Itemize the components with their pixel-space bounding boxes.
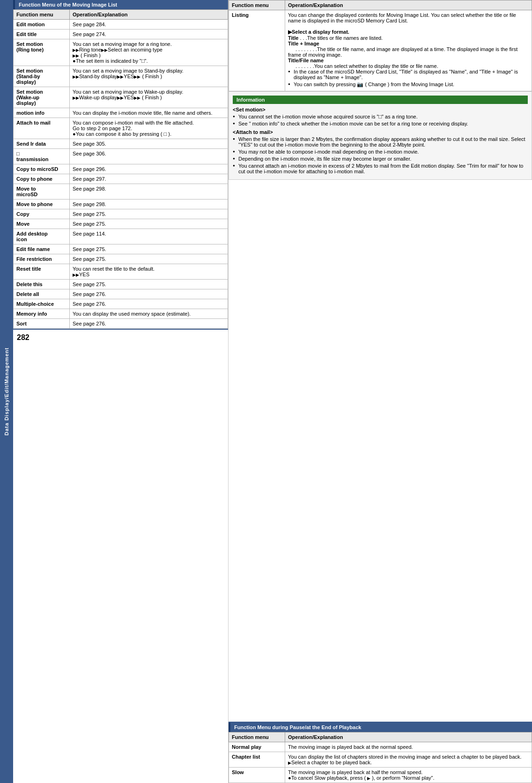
- content-cell: The moving image is played back at half …: [285, 768, 532, 783]
- content-cell: See page 275.: [70, 254, 228, 264]
- bottom-col1-header: Function menu: [229, 732, 285, 742]
- menu-cell: Move to phone: [14, 199, 70, 209]
- menu-cell: Delete this: [14, 280, 70, 289]
- menu-cell: Reset title: [14, 264, 70, 280]
- listing-menu-cell: Listing: [229, 10, 285, 91]
- bullet-item: You may not be able to compose i-mode ma…: [233, 149, 528, 155]
- content-cell: The moving image is played back at the n…: [285, 742, 532, 752]
- bottom-section-header: Function Menu during Pause/at the End of…: [229, 723, 532, 732]
- set-motion-bullets: You cannot set the i-motion movie whose …: [233, 114, 528, 126]
- table-row: MoveSee page 275.: [14, 219, 228, 229]
- menu-cell: Set motion (Wake-up display): [14, 87, 70, 108]
- content-cell: See page 275.: [70, 280, 228, 289]
- bullet-item: You cannot set the i-motion movie whose …: [233, 114, 528, 119]
- content-cell: See page 275.: [70, 209, 228, 219]
- table-row: □ transmissionSee page 306.: [14, 149, 228, 164]
- content-cell: See page 296.: [70, 164, 228, 174]
- menu-cell: Move: [14, 219, 70, 229]
- bottom-section: Function Menu during Pause/at the End of…: [229, 722, 532, 783]
- content-cell: See page 275.: [70, 244, 228, 254]
- page-number: 282: [13, 329, 228, 346]
- left-section-header: Function Menu of the Moving Image List: [13, 0, 228, 9]
- bullet-item: When the file size is larger than 2 Mbyt…: [233, 136, 528, 148]
- content-cell: See page 276.: [70, 319, 228, 329]
- bottom-col2-header: Operation/Explanation: [285, 732, 532, 742]
- content-cell: See page 114.: [70, 229, 228, 244]
- content-cell: You can set a moving image to Stand-by d…: [70, 66, 228, 87]
- menu-cell: Sort: [14, 319, 70, 329]
- sidebar-label: Data Display/Edit/Management: [4, 347, 9, 436]
- attach-mail-bullets: When the file size is larger than 2 Mbyt…: [233, 136, 528, 174]
- content-cell: You can display the i-motion movie title…: [70, 108, 228, 118]
- table-row: Delete thisSee page 275.: [14, 280, 228, 289]
- table-row: Normal playThe moving image is played ba…: [229, 742, 532, 752]
- table-row: Set motion (Ring tone)You can set a movi…: [14, 39, 228, 66]
- attach-mail-title: <Attach to mail>: [233, 129, 528, 135]
- content-cell: See page 284.: [70, 20, 228, 30]
- menu-cell: Normal play: [229, 742, 285, 752]
- table-row: CopySee page 275.: [14, 209, 228, 219]
- menu-cell: Edit motion: [14, 20, 70, 30]
- menu-cell: Attach to mail: [14, 118, 70, 139]
- content-cell: You can compose i-motion mail with the f…: [70, 118, 228, 139]
- content-cell: See page 274.: [70, 30, 228, 39]
- menu-cell: Move to microSD: [14, 184, 70, 199]
- table-row: Memory infoYou can display the used memo…: [14, 309, 228, 319]
- content-cell: You can set a moving image to Wake-up di…: [70, 87, 228, 108]
- bottom-function-table: Function menu Operation/Explanation Norm…: [229, 732, 532, 783]
- sidebar: Data Display/Edit/Management: [0, 0, 13, 783]
- menu-cell: Delete all: [14, 289, 70, 299]
- content-cell: See page 275.: [70, 219, 228, 229]
- menu-cell: Edit title: [14, 30, 70, 39]
- menu-cell: Send Ir data: [14, 139, 70, 149]
- menu-cell: Slow: [229, 768, 285, 783]
- content-cell: See page 276.: [70, 289, 228, 299]
- table-row: SlowThe moving image is played back at h…: [229, 768, 532, 783]
- bullet-item: You cannot attach an i-motion movie in e…: [233, 163, 528, 174]
- table-row: File restrictionSee page 275.: [14, 254, 228, 264]
- menu-cell: File restriction: [14, 254, 70, 264]
- menu-cell: Copy to microSD: [14, 164, 70, 174]
- menu-cell: Add desktop icon: [14, 229, 70, 244]
- table-row: Send Ir dataSee page 305.: [14, 139, 228, 149]
- table-row: Add desktop iconSee page 114.: [14, 229, 228, 244]
- menu-cell: Set motion (Stand-by display): [14, 66, 70, 87]
- table-col1-header: Function menu: [14, 10, 70, 20]
- menu-cell: Copy: [14, 209, 70, 219]
- table-row: Set motion (Stand-by display)You can set…: [14, 66, 228, 87]
- listing-bullet1: In the case of the microSD Memory Card L…: [288, 69, 529, 80]
- table-row: Chapter listYou can display the list of …: [229, 752, 532, 768]
- menu-cell: Edit file name: [14, 244, 70, 254]
- right-listing-table: Function menu Operation/Explanation List…: [229, 0, 532, 91]
- table-row: Edit motionSee page 284.: [14, 20, 228, 30]
- table-row: SortSee page 276.: [14, 319, 228, 329]
- menu-cell: Memory info: [14, 309, 70, 319]
- listing-content-cell: You can change the displayed contents fo…: [285, 10, 532, 91]
- table-row: Edit titleSee page 274.: [14, 30, 228, 39]
- table-row: Copy to phoneSee page 297.: [14, 174, 228, 184]
- table-col2-header: Operation/Explanation: [70, 10, 228, 20]
- content-cell: See page 306.: [70, 149, 228, 164]
- table-row: Multiple-choiceSee page 276.: [14, 299, 228, 309]
- content-cell: See page 305.: [70, 139, 228, 149]
- table-row: Edit file nameSee page 275.: [14, 244, 228, 254]
- menu-cell: Set motion (Ring tone): [14, 39, 70, 66]
- content-cell: See page 298.: [70, 199, 228, 209]
- table-row: Reset titleYou can reset the title to th…: [14, 264, 228, 280]
- table-row: Delete allSee page 276.: [14, 289, 228, 299]
- table-row: Attach to mailYou can compose i-motion m…: [14, 118, 228, 139]
- table-row: Copy to microSDSee page 296.: [14, 164, 228, 174]
- table-row: Move to microSDSee page 298.: [14, 184, 228, 199]
- menu-cell: □ transmission: [14, 149, 70, 164]
- menu-cell: Chapter list: [229, 752, 285, 768]
- bullet-item: See " motion info" to check whether the …: [233, 121, 528, 126]
- right-col1-header: Function menu: [229, 0, 285, 10]
- content-cell: See page 298.: [70, 184, 228, 199]
- left-function-table: Function menu Operation/Explanation Edit…: [13, 9, 228, 329]
- content-cell: You can reset the title to the default.▶…: [70, 264, 228, 280]
- content-cell: You can display the list of chapters sto…: [285, 752, 532, 768]
- menu-cell: Copy to phone: [14, 174, 70, 184]
- table-row: Set motion (Wake-up display)You can set …: [14, 87, 228, 108]
- table-row: Move to phoneSee page 298.: [14, 199, 228, 209]
- content-cell: See page 276.: [70, 299, 228, 309]
